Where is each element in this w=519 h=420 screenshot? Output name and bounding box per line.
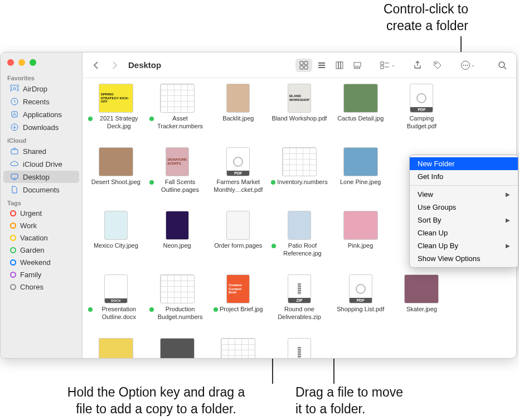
file-item[interactable]: ZIP (269, 338, 329, 358)
file-item[interactable]: Lone Pine.jpeg (331, 147, 391, 207)
sidebar-item-label: Chores (20, 283, 43, 291)
sidebar-item-label: Vacation (20, 234, 48, 242)
icon-view-button[interactable] (295, 59, 312, 72)
sidebar-tag-vacation[interactable]: Vacation (3, 232, 79, 244)
menu-item-use-groups[interactable]: Use Groups (410, 201, 518, 214)
menu-item-label: Sort By (418, 216, 442, 224)
file-name: Project Brief.jpg (214, 306, 263, 313)
file-item[interactable]: DOCXPresentation Outline.docx (86, 274, 146, 335)
sidebar-item-label: Applications (23, 110, 62, 119)
file-item[interactable] (86, 338, 146, 358)
shared-icon (10, 147, 19, 156)
sidebar-item-applications[interactable]: AApplications (3, 108, 79, 120)
svg-rect-23 (381, 66, 384, 69)
sidebar-tag-work[interactable]: Work (3, 220, 79, 231)
file-item[interactable]: Neon.jpeg (147, 211, 207, 271)
back-button[interactable] (88, 57, 104, 73)
menu-item-show-view-options[interactable]: Show View Options (410, 252, 518, 265)
menu-item-clean-up[interactable]: Clean Up (410, 226, 518, 239)
documents-icon (10, 185, 19, 194)
file-item[interactable]: BLAND WORKSHOPBland Workshop.pdf (269, 84, 329, 144)
sidebar-item-desktop[interactable]: Desktop (3, 171, 79, 183)
sidebar-item-documents[interactable]: Documents (3, 184, 79, 196)
file-thumbnail: PDF (349, 274, 372, 303)
sidebar-tag-urgent[interactable]: Urgent (3, 207, 79, 219)
svg-rect-9 (304, 61, 308, 65)
sidebar-item-shared[interactable]: Shared (3, 145, 79, 157)
sidebar-item-downloads[interactable]: Downloads (3, 121, 79, 133)
menu-item-sort-by[interactable]: Sort By▶ (410, 214, 518, 226)
menu-item-view[interactable]: View▶ (410, 188, 518, 201)
file-name: Neon.jpeg (163, 242, 191, 250)
file-thumbnail: ZIP (288, 338, 311, 358)
group-button[interactable]: ⌄ (379, 59, 396, 72)
file-item[interactable]: Patio Roof Reference.jpg (269, 211, 329, 271)
svg-rect-15 (336, 62, 338, 69)
menu-item-label: View (418, 190, 433, 199)
sidebar-tag-chores[interactable]: Chores (3, 281, 79, 293)
tag-indicator-icon (271, 244, 276, 248)
svg-rect-18 (354, 62, 361, 66)
file-item[interactable]: Creative Content BriefProject Brief.jpg (208, 274, 268, 335)
gallery-view-button[interactable] (349, 59, 366, 72)
minimize-button[interactable] (18, 59, 25, 66)
tag-button[interactable] (429, 59, 446, 72)
file-item[interactable]: Asset Tracker.numbers (147, 84, 207, 144)
file-name: Camping Budget.pdf (394, 115, 449, 131)
file-name: Skater.jpeg (406, 306, 437, 313)
file-item[interactable]: Order form.pages (208, 211, 268, 271)
svg-point-30 (467, 65, 468, 66)
sidebar-item-recents[interactable]: Recents (3, 95, 79, 108)
file-thumbnail (221, 338, 255, 358)
file-thumbnail (343, 84, 378, 113)
more-button[interactable]: ⌄ (459, 59, 476, 72)
list-view-button[interactable] (313, 59, 330, 72)
file-name: Lone Pine.jpeg (340, 178, 381, 186)
menu-item-get-info[interactable]: Get Info (410, 170, 518, 183)
file-item[interactable]: Desert Shoot.jpeg (86, 147, 146, 207)
maximize-button[interactable] (30, 59, 36, 66)
file-item[interactable]: Mexico City.jpeg (86, 211, 146, 271)
file-item[interactable]: Inventory.numbers (269, 147, 329, 207)
file-item[interactable]: PDFCamping Budget.pdf (392, 84, 452, 144)
forward-button[interactable] (107, 57, 123, 73)
file-item[interactable]: PDFShopping List.pdf (331, 274, 391, 335)
file-item[interactable]: Cactus Detail.jpg (331, 84, 391, 144)
sidebar-item-icloud-drive[interactable]: iCloud Drive (3, 158, 79, 170)
file-name: Presentation Outline.docx (88, 306, 144, 321)
close-button[interactable] (7, 59, 14, 66)
share-button[interactable] (409, 59, 426, 72)
menu-item-new-folder[interactable]: New Folder (410, 157, 518, 170)
file-item[interactable] (147, 338, 207, 358)
file-item[interactable]: Backlit.jpeg (208, 84, 268, 144)
svg-point-0 (13, 88, 16, 90)
svg-rect-17 (341, 62, 343, 69)
tag-dot-icon (10, 210, 16, 216)
file-item[interactable]: PDFFarmers Market Monthly…cket.pdf (208, 147, 268, 207)
sidebar-item-label: Weekend (20, 258, 51, 267)
sidebar-item-label: Urgent (20, 209, 42, 218)
callout-option-drag: Hold the Option key and drag a file to a… (39, 384, 273, 418)
sidebar-tag-family[interactable]: Family (3, 269, 79, 281)
file-item[interactable]: SIGNATURE SCENTSFall Scents Outline.page… (147, 147, 207, 207)
file-item[interactable]: ZIPRound one Deliverables.zip (269, 274, 329, 335)
sidebar-tag-weekend[interactable]: Weekend (3, 257, 79, 268)
svg-rect-22 (381, 62, 384, 65)
file-thumbnail (404, 274, 439, 303)
file-thumbnail (282, 147, 317, 176)
file-name: Patio Roof Reference.jpg (271, 242, 327, 258)
column-view-button[interactable] (331, 59, 348, 72)
file-thumbnail (226, 211, 250, 240)
search-button[interactable] (494, 59, 511, 72)
file-item[interactable] (208, 338, 268, 358)
file-thumbnail: PDF (226, 147, 250, 176)
file-item[interactable]: Pink.jpeg (331, 211, 391, 271)
window-title: Desktop (128, 60, 161, 70)
file-item[interactable]: SPRING STRATEGY KICK-OFF2021 Strategy De… (86, 84, 146, 144)
file-item[interactable]: Production Budget.numbers (147, 274, 207, 335)
sidebar-tag-garden[interactable]: Garden (3, 244, 79, 256)
sidebar-item-airdrop[interactable]: AirDrop (3, 83, 79, 95)
menu-item-clean-up-by[interactable]: Clean Up By▶ (410, 239, 518, 252)
toolbar: Desktop ⌄ ⌄ (83, 52, 516, 78)
file-item[interactable]: Skater.jpeg (392, 274, 452, 335)
